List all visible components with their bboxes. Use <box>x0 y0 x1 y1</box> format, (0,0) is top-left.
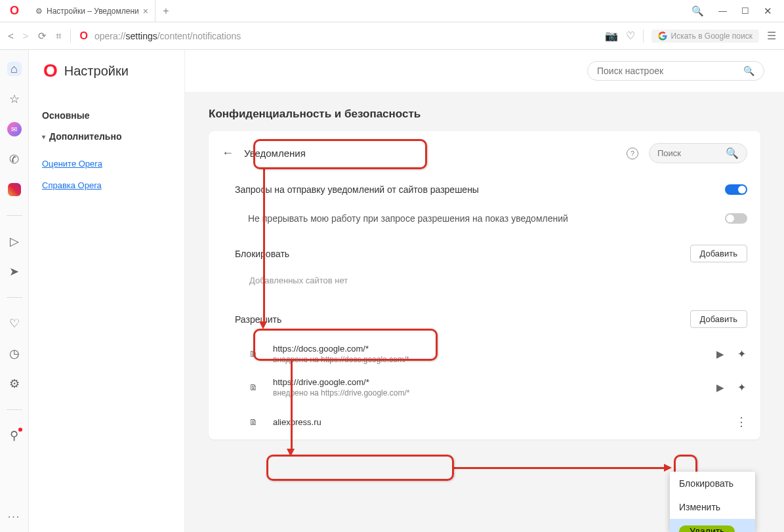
context-menu: Блокировать Изменить Удалить <box>670 472 755 532</box>
new-tab-button[interactable]: + <box>155 0 176 22</box>
card-title: Уведомления <box>244 148 306 159</box>
opera-menu-button[interactable]: O <box>0 0 29 22</box>
card-header: ← Уведомления ? 🔍 <box>209 131 760 175</box>
bookmark-heart-icon[interactable]: ♡ <box>626 30 635 42</box>
opera-settings-logo-icon: O <box>43 60 58 81</box>
opera-url-icon: O <box>80 30 88 42</box>
content-area: 🔍 Конфиденциальность и безопасность ← Ув… <box>185 50 784 532</box>
document-icon: 🗎 <box>249 382 261 392</box>
extension-icon[interactable] <box>731 348 753 360</box>
google-search-placeholder: Искать в Google поиск <box>671 31 753 41</box>
nav-forward-icon[interactable]: > <box>23 30 29 41</box>
block-section-head: Блокировать Добавить <box>209 233 760 272</box>
whatsapp-rail-icon[interactable]: ✆ <box>7 152 22 167</box>
arrow-down-icon <box>259 321 267 329</box>
ctx-edit[interactable]: Изменить <box>670 495 755 519</box>
settings-title: Настройки <box>64 64 129 79</box>
window-close-icon[interactable]: ✕ <box>764 5 772 17</box>
extension-icon[interactable] <box>731 381 753 394</box>
nav-rate-link[interactable]: Оцените Opera <box>42 159 171 169</box>
nav-advanced[interactable]: Дополнительно <box>42 126 171 147</box>
settings-nav: Основные Дополнительно Оцените Opera Спр… <box>29 92 184 190</box>
speed-dial-rail-icon[interactable]: ⌂ <box>7 62 22 76</box>
expand-icon[interactable]: ▶ <box>710 382 731 394</box>
reload-icon[interactable]: ⟳ <box>38 30 47 42</box>
back-arrow-icon[interactable]: ← <box>222 146 234 160</box>
site-url: aliexpress.ru <box>273 417 730 427</box>
more-actions-icon[interactable]: ⋮ <box>730 415 753 429</box>
allow-section-head: Разрешить Добавить <box>209 298 760 337</box>
browser-tab[interactable]: ⚙ Настройки – Уведомлени × <box>29 0 155 22</box>
setting-quiet[interactable]: Не прерывать мою работу при запросе разр… <box>209 204 760 233</box>
annotation-line <box>263 169 265 324</box>
document-icon: 🗎 <box>249 349 261 359</box>
block-empty-text: Добавленных сайтов нет <box>209 272 760 298</box>
block-add-button[interactable]: Добавить <box>690 245 747 262</box>
rail-more-icon[interactable]: ··· <box>0 511 28 523</box>
privacy-heading: Конфиденциальность и безопасность <box>196 92 774 131</box>
arrow-right-icon <box>664 464 672 472</box>
nav-basic[interactable]: Основные <box>42 105 171 126</box>
search-icon: 🔍 <box>743 66 754 76</box>
settings-rail-icon[interactable]: ⚙ <box>7 377 22 391</box>
expand-icon[interactable]: ▶ <box>710 348 731 360</box>
google-icon <box>658 31 667 41</box>
settings-sidebar: O Настройки Основные Дополнительно Оцени… <box>29 50 185 532</box>
player-rail-icon[interactable]: ▷ <box>7 234 22 249</box>
speed-dial-icon[interactable]: ⌗ <box>56 30 61 42</box>
privacy-section: Конфиденциальность и безопасность ← Увед… <box>185 92 784 440</box>
annotation-line <box>454 467 665 469</box>
minimize-icon[interactable]: — <box>718 6 727 16</box>
site-embed: внедрено на https://drive.google.com/* <box>273 388 710 398</box>
url-field[interactable]: O opera://settings/content/notifications <box>80 30 596 42</box>
instagram-rail-icon[interactable] <box>7 182 22 197</box>
gear-icon: ⚙ <box>35 7 43 16</box>
opera-logo-icon: O <box>10 4 19 18</box>
settings-header: O Настройки <box>29 50 184 92</box>
site-url: https://drive.google.com/* <box>273 377 710 387</box>
allow-add-button[interactable]: Добавить <box>690 310 747 328</box>
document-icon: 🗎 <box>249 417 261 427</box>
toggle-quiet[interactable] <box>725 213 747 224</box>
search-icon: 🔍 <box>726 147 739 159</box>
site-embed: внедрено на https://docs.google.com/* <box>273 355 710 364</box>
send-rail-icon[interactable]: ➤ <box>7 264 22 279</box>
reading-list-rail-icon[interactable]: ♡ <box>7 316 22 331</box>
history-rail-icon[interactable]: ◷ <box>7 346 22 361</box>
content-top: 🔍 <box>185 50 784 92</box>
toggle-allowed[interactable] <box>725 184 747 195</box>
nav-help-link[interactable]: Справка Opera <box>42 180 171 190</box>
main-content: O Настройки Основные Дополнительно Оцени… <box>29 50 784 532</box>
arrow-down-icon <box>287 449 295 457</box>
settings-search-input[interactable] <box>597 66 737 76</box>
screenshot-icon[interactable]: 📷 <box>605 30 618 42</box>
window-controls: 🔍 — ☐ ✕ <box>680 0 784 22</box>
ctx-delete[interactable]: Удалить <box>670 519 755 532</box>
address-bar: < > ⟳ ⌗ O opera://settings/content/notif… <box>0 22 784 50</box>
settings-search[interactable]: 🔍 <box>587 61 764 81</box>
maximize-icon[interactable]: ☐ <box>741 6 749 16</box>
sidebar-rail: ⌂ ☆ ✉ ✆ ▷ ➤ ♡ ◷ ⚙ ⚲ ··· <box>0 50 29 532</box>
setting-sites-allowed[interactable]: Запросы на отправку уведомлений от сайто… <box>209 175 760 204</box>
search-tabs-icon[interactable]: 🔍 <box>691 5 704 17</box>
messenger-rail-icon[interactable]: ✉ <box>7 122 22 136</box>
nav-back-icon[interactable]: < <box>8 30 14 41</box>
tab-title: Настройки – Уведомлени <box>47 7 139 16</box>
titlebar: O ⚙ Настройки – Уведомлени × + 🔍 — ☐ ✕ <box>0 0 784 22</box>
easy-setup-icon[interactable]: ☰ <box>767 30 776 42</box>
pinboards-rail-icon[interactable]: ☆ <box>7 92 22 106</box>
help-icon[interactable]: ? <box>627 148 638 159</box>
site-url: https://docs.google.com/* <box>273 344 710 354</box>
ctx-block[interactable]: Блокировать <box>670 472 755 495</box>
google-search-box[interactable]: Искать в Google поиск <box>651 30 760 43</box>
card-search[interactable]: 🔍 <box>649 143 747 163</box>
tab-close-icon[interactable]: × <box>143 6 148 16</box>
card-search-input[interactable] <box>657 148 720 158</box>
tips-rail-icon[interactable]: ⚲ <box>7 428 22 443</box>
url-text: opera://settings/content/notifications <box>94 31 241 41</box>
ctx-delete-label: Удалить <box>679 525 735 532</box>
annotation-line <box>291 361 293 451</box>
